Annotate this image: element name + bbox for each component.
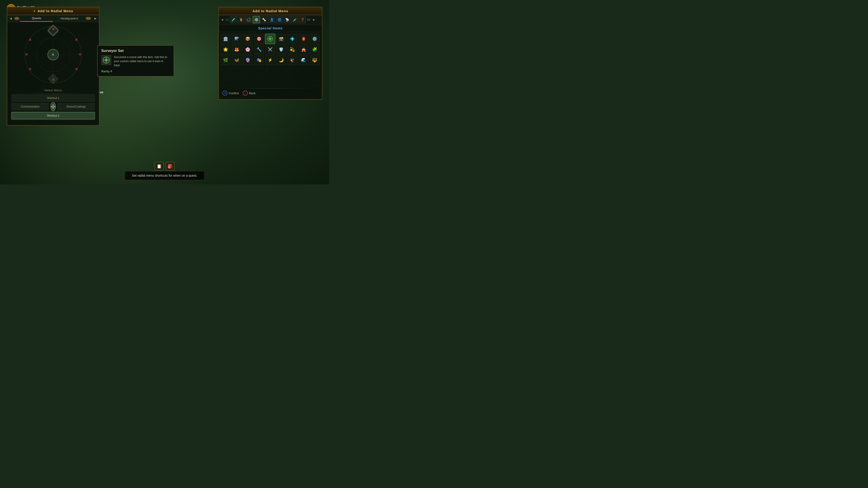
item-cell-22[interactable]: ⚡ <box>265 55 275 65</box>
radial-x-topright: ✕ <box>75 38 78 42</box>
item-cell-1[interactable]: ⚗️ <box>232 34 242 44</box>
bottom-icon-1[interactable]: 📋 <box>155 162 164 171</box>
svg-point-11 <box>270 38 271 39</box>
right-tab-right-arrow[interactable]: ► <box>311 18 316 22</box>
item-cell-2[interactable]: 📦 <box>243 34 253 44</box>
left-tab-r2-badge: R2 <box>86 17 91 20</box>
ammo-coatings-item[interactable]: Ammo/Coatings <box>57 103 95 110</box>
item-cell-25[interactable]: 🌊 <box>299 55 309 65</box>
action-buttons: ✕ Confirm ○ Back <box>219 88 322 96</box>
communication-item[interactable]: Communication <box>11 103 49 110</box>
radial-x-left: ✕ <box>25 53 28 57</box>
item-cell-8[interactable]: ⚙️ <box>310 34 320 44</box>
radial-center-button[interactable]: R <box>48 49 59 60</box>
icon-tab-2[interactable] <box>245 16 252 23</box>
bottom-icons-row: 📋 🎒 <box>155 162 175 171</box>
item-cell-14[interactable]: 🛡️ <box>276 44 286 55</box>
back-label: Back <box>249 92 256 95</box>
item-cell-28[interactable] <box>232 66 242 76</box>
category-label: Special Items <box>219 24 322 32</box>
item-cell-17[interactable]: 🧩 <box>310 44 320 55</box>
item-cell-30[interactable] <box>254 66 264 76</box>
surveyor-set-icon <box>267 36 273 42</box>
separator1 <box>11 93 95 94</box>
item-cell-32[interactable] <box>276 66 286 76</box>
item-cell-23[interactable]: 🌙 <box>276 55 286 65</box>
item-cell-42[interactable] <box>287 76 297 86</box>
tooltip-item-icon <box>101 55 111 65</box>
item-cell-37[interactable] <box>232 76 242 86</box>
icon-tab-4[interactable]: 🦴 <box>260 16 268 23</box>
icon-tab-7[interactable]: 📡 <box>283 16 291 23</box>
item-cell-20[interactable]: 🔮 <box>243 55 253 65</box>
item-cell-33[interactable] <box>287 66 297 76</box>
left-tab-left-arrow[interactable]: ◄ <box>7 15 14 22</box>
icon-tab-5[interactable]: 👤 <box>268 16 275 23</box>
left-tab-right-arrow[interactable]: ► <box>92 15 99 22</box>
item-cell-11[interactable]: 🌸 <box>243 44 253 55</box>
icon-tab-row: ◄ L2 🧪 🏺 ⚙️ 🦴 👤 🌀 📡 🗡️ ❓ R2 ► <box>219 15 322 24</box>
center-dpad-btn[interactable] <box>51 102 56 111</box>
rotate-icon <box>247 18 251 22</box>
item-cell-21[interactable]: 🎭 <box>254 55 264 65</box>
item-cell-36[interactable] <box>221 76 230 86</box>
tooltip-description: Document a scene with this item. Add thi… <box>114 55 170 67</box>
item-cell-31[interactable] <box>265 66 275 76</box>
left-panel-title: Add to Radial Menu <box>37 9 73 13</box>
radial-x-bottomleft: ✕ <box>29 68 31 71</box>
shortcut2-item[interactable]: Shortcut 2 <box>11 112 95 119</box>
item-cell-7[interactable]: 🏮 <box>299 34 309 44</box>
left-panel-header: ✦ Add to Radial Menu <box>7 7 99 15</box>
item-cell-15[interactable]: 💫 <box>287 44 297 55</box>
item-cell-9[interactable]: 🌟 <box>221 44 230 55</box>
item-cell-38[interactable] <box>243 76 253 86</box>
item-cell-27[interactable] <box>221 66 230 76</box>
icon-tab-6[interactable]: 🌀 <box>276 16 283 23</box>
item-cell-0[interactable]: 🏛️ <box>221 34 230 44</box>
icon-tab-3[interactable]: ⚙️ <box>253 16 260 23</box>
item-cell-18[interactable]: 🌿 <box>221 55 230 65</box>
icon-tab-9[interactable]: ❓ <box>299 16 306 23</box>
tab-headquarters[interactable]: Headquarters <box>53 15 86 22</box>
icon-tab-0[interactable]: 🧪 <box>230 16 237 23</box>
item-cell-24[interactable]: 🦅 <box>287 55 297 65</box>
tooltip-box: Surveyor Set Document a scene with this … <box>97 45 174 76</box>
item-cell-44[interactable] <box>310 76 320 86</box>
item-cell-41[interactable] <box>276 76 286 86</box>
item-cell-29[interactable] <box>243 66 253 76</box>
item-cell-34[interactable] <box>299 66 309 76</box>
subtitle-text: Set radial menu shortcuts for when on a … <box>132 174 197 177</box>
item-cell-19[interactable]: 🦋 <box>232 55 242 65</box>
item-cell-39[interactable] <box>254 76 264 86</box>
bottom-icon-2[interactable]: 🎒 <box>165 162 175 171</box>
dpad-icon <box>51 104 55 109</box>
item-cell-10[interactable]: 🦊 <box>232 44 242 55</box>
item-cell-26[interactable]: 🔱 <box>310 55 320 65</box>
icon-tab-1[interactable]: 🏺 <box>237 16 245 23</box>
shortcut1-item[interactable]: Shortcut 1 <box>11 94 95 102</box>
item-cell-12[interactable]: 🔧 <box>254 44 264 55</box>
right-tab-left-arrow[interactable]: ◄ <box>220 18 225 22</box>
item-cell-35[interactable] <box>310 66 320 76</box>
tooltip-title: Surveyor Set <box>101 49 170 53</box>
item-cell-3[interactable]: 🎯 <box>254 34 264 44</box>
item-cell-40[interactable] <box>265 76 275 86</box>
subtitle-bar: Set radial menu shortcuts for when on a … <box>125 171 204 180</box>
radial-x-right: ✕ <box>79 53 81 57</box>
item-cell-5[interactable]: 🗃️ <box>276 34 286 44</box>
confirm-button[interactable]: ✕ Confirm <box>222 91 239 96</box>
right-panel-header: Add to Radial Menu <box>219 7 322 15</box>
back-button[interactable]: ○ Back <box>243 91 256 96</box>
icon-tab-8[interactable]: 🗡️ <box>291 16 298 23</box>
item-cell-13[interactable]: ⚔️ <box>265 44 275 55</box>
item-cell-16[interactable]: 🎪 <box>299 44 309 55</box>
radial-x-bottomright: ✕ <box>75 68 78 71</box>
tab-quests[interactable]: Quests <box>20 15 53 22</box>
radial-wheel: R ✕ ✕ ✕ ✕ ✕ ✕ ✕ ✕ <box>24 25 83 84</box>
confirm-icon: ✕ <box>222 91 227 96</box>
item-cell-43[interactable] <box>299 76 309 86</box>
left-tab-l2-badge: L2 <box>14 17 19 20</box>
item-cell-6[interactable]: 💠 <box>287 34 297 44</box>
item-cell-4[interactable] <box>265 34 275 44</box>
select-menu-label: Select Menu <box>11 89 95 92</box>
